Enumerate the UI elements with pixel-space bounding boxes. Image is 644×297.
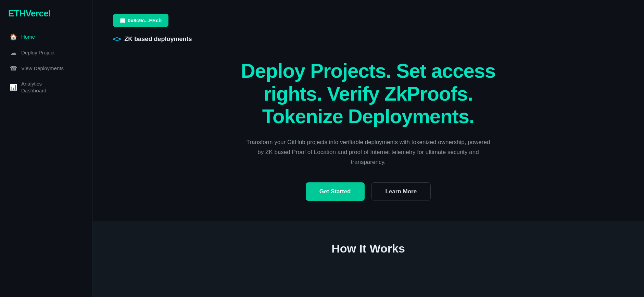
sidebar-item-home[interactable]: 🏠 Home [4, 30, 88, 44]
how-it-works-section: How It Works [92, 221, 644, 297]
app-logo: ETHVercel [0, 8, 92, 30]
sidebar-item-deploy-label: Deploy Project [21, 49, 55, 56]
page-title-bar: <> ZK based deployments [113, 35, 623, 43]
hero-content: Deploy Projects. Set access rights. Veri… [228, 60, 509, 201]
analytics-icon: 📊 [10, 83, 17, 91]
how-it-works-heading: How It Works [331, 242, 405, 255]
sidebar: ETHVercel 🏠 Home ☁ Deploy Project ☎ View… [0, 0, 92, 297]
hero-section: ▣ 0x8c9c...FEcb <> ZK based deployments … [92, 0, 644, 221]
deployments-icon: ☎ [10, 65, 17, 72]
wallet-address: 0x8c9c...FEcb [128, 17, 162, 23]
page-title: ZK based deployments [124, 36, 192, 43]
sidebar-item-analytics-label: AnalyticsDashboard [21, 80, 46, 94]
learn-more-button[interactable]: Learn More [371, 182, 431, 201]
wallet-btn-row: ▣ 0x8c9c...FEcb [113, 14, 623, 27]
get-started-button[interactable]: Get Started [306, 182, 365, 201]
sidebar-item-analytics-dashboard[interactable]: 📊 AnalyticsDashboard [4, 77, 88, 97]
hero-buttons: Get Started Learn More [228, 182, 509, 201]
wallet-icon: ▣ [120, 17, 125, 24]
main-content: ▣ 0x8c9c...FEcb <> ZK based deployments … [92, 0, 644, 297]
code-brackets-icon: <> [113, 35, 121, 43]
home-icon: 🏠 [10, 33, 17, 41]
sidebar-item-deployments-label: View Deployments [21, 65, 64, 72]
wallet-button[interactable]: ▣ 0x8c9c...FEcb [113, 14, 168, 27]
sidebar-item-view-deployments[interactable]: ☎ View Deployments [4, 61, 88, 76]
sidebar-item-home-label: Home [21, 34, 35, 40]
hero-heading: Deploy Projects. Set access rights. Veri… [228, 60, 509, 128]
hero-subtext: Transform your GitHub projects into veri… [245, 138, 492, 167]
deploy-icon: ☁ [10, 49, 17, 56]
sidebar-nav: 🏠 Home ☁ Deploy Project ☎ View Deploymen… [0, 30, 92, 97]
sidebar-item-deploy-project[interactable]: ☁ Deploy Project [4, 46, 88, 60]
